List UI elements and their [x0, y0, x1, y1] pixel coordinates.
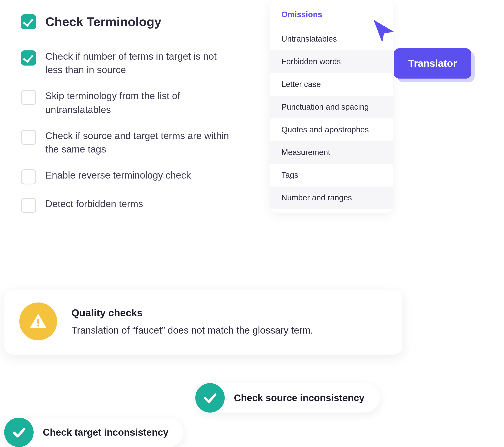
option-label: Check if number of terms in target is no… [45, 50, 230, 77]
terminology-option[interactable]: Enable reverse terminology check [21, 168, 240, 185]
check-target-inconsistency-pill[interactable]: Check target inconsistency [4, 418, 183, 447]
category-item[interactable]: Number and ranges [270, 186, 393, 209]
svg-point-1 [37, 325, 39, 327]
cursor-icon [364, 13, 401, 50]
category-item[interactable]: Punctuation and spacing [270, 96, 393, 118]
terminology-master-checkbox[interactable] [21, 14, 36, 29]
option-checkbox[interactable] [21, 198, 36, 213]
option-label: Detect forbidden terms [45, 197, 143, 210]
category-item[interactable]: Tags [270, 164, 393, 186]
check-icon [195, 383, 225, 412]
category-item[interactable]: Measurement [270, 141, 393, 164]
terminology-header: Check Terminology [21, 14, 240, 29]
category-item[interactable]: Forbidden words [270, 50, 393, 73]
translator-role-badge: Translator [394, 48, 471, 78]
option-checkbox[interactable] [21, 169, 36, 185]
svg-rect-0 [37, 319, 39, 324]
check-source-inconsistency-pill[interactable]: Check source inconsistency [195, 383, 379, 412]
terminology-title: Check Terminology [45, 15, 161, 29]
pill-label: Check target inconsistency [43, 427, 168, 438]
quality-checks-title: Quality checks [72, 307, 313, 319]
option-label: Enable reverse terminology check [45, 168, 191, 182]
category-item[interactable]: Letter case [270, 73, 393, 96]
terminology-panel: Check Terminology Check if number of ter… [4, 0, 257, 261]
option-label: Skip terminology from the list of untran… [45, 89, 230, 116]
option-checkbox[interactable] [21, 50, 36, 66]
quality-checks-text: Quality checks Translation of “faucet” d… [72, 307, 313, 336]
terminology-option[interactable]: Check if source and target terms are wit… [21, 129, 240, 156]
translator-badge-label: Translator [408, 57, 457, 69]
category-item[interactable]: Quotes and apostrophes [270, 118, 393, 141]
warning-icon [19, 302, 57, 340]
pill-label: Check source inconsistency [234, 392, 364, 404]
terminology-option[interactable]: Skip terminology from the list of untran… [21, 89, 240, 116]
option-checkbox[interactable] [21, 90, 36, 105]
terminology-option[interactable]: Check if number of terms in target is no… [21, 50, 240, 77]
terminology-options-list: Check if number of terms in target is no… [21, 50, 240, 213]
check-icon [4, 418, 34, 447]
quality-checks-card: Quality checks Translation of “faucet” d… [4, 290, 402, 354]
option-label: Check if source and target terms are wit… [45, 129, 230, 156]
quality-checks-message: Translation of “faucet” does not match t… [72, 325, 313, 336]
option-checkbox[interactable] [21, 130, 36, 145]
terminology-option[interactable]: Detect forbidden terms [21, 197, 240, 213]
